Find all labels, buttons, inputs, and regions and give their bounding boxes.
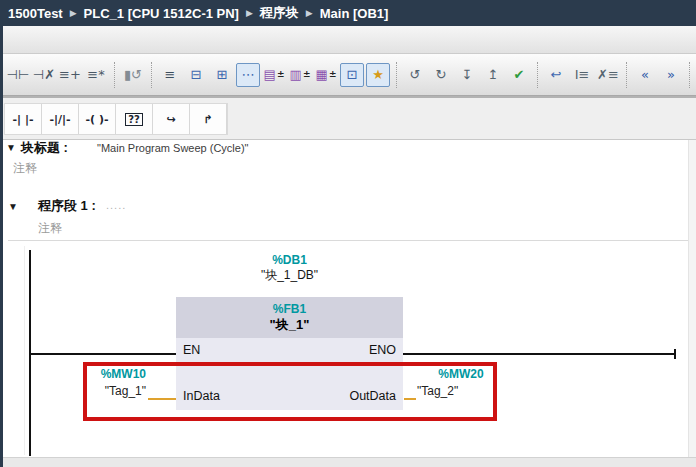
block-title-collapse-arrow[interactable]: ▼ (6, 142, 16, 153)
delete-row-icon[interactable]: ≡* (84, 63, 108, 87)
cross-reference-icon[interactable]: ✗≡ (596, 63, 620, 87)
close-branch-icon: ↱ (203, 113, 212, 126)
network-title-placeholder[interactable]: ..... (106, 199, 126, 211)
contact-closed-icon: -|/|- (49, 113, 70, 126)
delete-network-icon: ⊣✗ (33, 68, 55, 81)
collapse-networks-icon[interactable]: ⊞ (210, 63, 234, 87)
breadcrumb-item-0[interactable]: 1500Test (8, 6, 63, 21)
pin-outdata[interactable]: OutData (349, 389, 396, 403)
absolute-operands-icon[interactable]: ▤± (262, 63, 286, 87)
output-operand-address[interactable]: %MW20 (418, 367, 504, 381)
next-error-icon[interactable]: ↻ (429, 63, 453, 87)
fb-block-header: %FB1 "块_1" (176, 297, 403, 338)
network-separator (8, 240, 688, 241)
collapse-networks-icon: ⊞ (217, 68, 228, 81)
previous-error-icon[interactable]: ↺ (403, 63, 427, 87)
contact-open-icon[interactable]: -| |- (5, 104, 42, 134)
dropdown-caret-icon[interactable]: ± (277, 70, 285, 79)
breadcrumb-item-2[interactable]: 程序块 (260, 4, 299, 22)
jump-label-icon[interactable]: I≡ (570, 63, 594, 87)
breadcrumb-separator-icon: ▶ (70, 8, 77, 18)
dropdown-caret-icon[interactable]: ± (329, 70, 337, 79)
instance-db-header[interactable]: %DB1 "块_1_DB" (176, 253, 403, 283)
network-structure-icon: ≡ (165, 68, 176, 81)
fb-call-block[interactable]: %FB1 "块_1" EN ENO InData OutData (176, 297, 403, 410)
network-comments-icon[interactable]: ⋯ (236, 63, 260, 87)
toolbar-separator (689, 62, 690, 88)
expand-networks-icon[interactable]: ⊟ (184, 63, 208, 87)
network-collapse-arrow[interactable]: ▼ (8, 201, 18, 212)
breadcrumb: 1500Test▶PLC_1 [CPU 1512C-1 PN]▶程序块▶Main… (0, 0, 696, 26)
toolbar-separator (626, 62, 627, 88)
previous-network-icon[interactable]: « (633, 63, 657, 87)
block-title-label: 块标题 : (21, 139, 68, 157)
coil-icon: -( )- (85, 113, 108, 126)
breadcrumb-separator-icon: ▶ (306, 8, 313, 18)
breadcrumb-item-1[interactable]: PLC_1 [CPU 1512C-1 PN] (84, 6, 239, 21)
open-branch-icon[interactable]: ↪ (153, 104, 190, 134)
empty-box-icon[interactable]: ?? (116, 104, 153, 134)
rung-wire-right (403, 353, 675, 355)
insert-network-icon[interactable]: ⊣⊢ (6, 63, 30, 87)
insert-row-icon[interactable]: ≡+ (58, 63, 82, 87)
go-to-caller-icon: ↩ (551, 68, 562, 81)
jump-label-icon: I≡ (575, 68, 590, 81)
tag-names-icon: ▦ (316, 68, 328, 81)
next-network-icon: » (667, 68, 675, 81)
type-info-icon[interactable]: ⊡ (340, 63, 364, 87)
cross-reference-icon: ✗≡ (597, 68, 619, 81)
next-network-icon[interactable]: » (659, 63, 683, 87)
network-comment-field[interactable]: 注释 (38, 220, 62, 237)
expand-networks-icon: ⊟ (191, 68, 202, 81)
open-branch-icon: ↪ (166, 113, 175, 126)
favorites-toolbar: -| |--|/|--( )-??↪↱ (0, 96, 696, 140)
capture-snapshot-icon: ↧ (462, 68, 473, 81)
consistency-check-icon[interactable]: ✔ (507, 63, 531, 87)
go-to-caller-icon[interactable]: ↩ (544, 63, 568, 87)
consistency-check-icon: ✔ (514, 68, 525, 81)
db-name: "块_1_DB" (176, 268, 403, 283)
previous-network-icon: « (641, 68, 649, 81)
contact-closed-icon[interactable]: -|/|- (42, 104, 79, 134)
favorites-toggle-icon[interactable]: ★ (366, 63, 390, 87)
fb-address: %FB1 (176, 301, 403, 317)
network-title[interactable]: 程序段 1 : (38, 197, 96, 215)
reset-start-values-icon[interactable]: ▮↺ (121, 63, 145, 87)
absolute-operands-icon: ▤ (264, 68, 276, 81)
dropdown-caret-icon[interactable]: ± (303, 70, 311, 79)
next-error-icon: ↻ (436, 68, 447, 81)
breadcrumb-separator-icon: ▶ (246, 8, 253, 18)
operand-comments-icon[interactable]: ▥± (288, 63, 312, 87)
fb-name: "块_1" (176, 317, 403, 333)
breadcrumb-item-3[interactable]: Main [OB1] (320, 6, 389, 21)
close-branch-icon[interactable]: ↱ (190, 104, 227, 134)
toolbar-separator (396, 62, 397, 88)
toolbar-separator (151, 62, 152, 88)
pin-eno: ENO (369, 343, 396, 357)
output-operand-tag[interactable]: "Tag_2" (417, 384, 458, 398)
input-operand-tag[interactable]: "Tag_1" (56, 384, 146, 398)
canvas-bottom-margin (3, 457, 696, 467)
canvas-right-margin (688, 140, 696, 457)
insert-network-icon: ⊣⊢ (7, 68, 30, 81)
window-left-edge (0, 26, 3, 467)
delete-network-icon[interactable]: ⊣✗ (32, 63, 56, 87)
toolbar-spacer (0, 26, 696, 54)
block-title-value[interactable]: "Main Program Sweep (Cycle)" (97, 142, 248, 154)
tag-names-icon[interactable]: ▦± (314, 63, 338, 87)
delete-row-icon: ≡* (87, 68, 104, 81)
input-operand-address[interactable]: %MW10 (56, 367, 146, 381)
apply-snapshot-icon[interactable]: ↥ (481, 63, 505, 87)
rung-wire-left (29, 353, 176, 355)
reset-start-values-icon: ▮↺ (124, 68, 142, 81)
capture-snapshot-icon[interactable]: ↧ (455, 63, 479, 87)
block-comment-field[interactable]: 注释 (13, 160, 37, 177)
contact-open-icon: -| |- (13, 113, 34, 126)
coil-icon[interactable]: -( )- (79, 104, 116, 134)
network-structure-icon[interactable]: ≡ (158, 63, 182, 87)
pin-indata[interactable]: InData (183, 389, 220, 403)
input-connector-wire (148, 398, 176, 400)
insert-row-icon: ≡+ (59, 68, 81, 81)
toolbar-separator (114, 62, 115, 88)
rung-wire-end-tick (674, 349, 676, 359)
